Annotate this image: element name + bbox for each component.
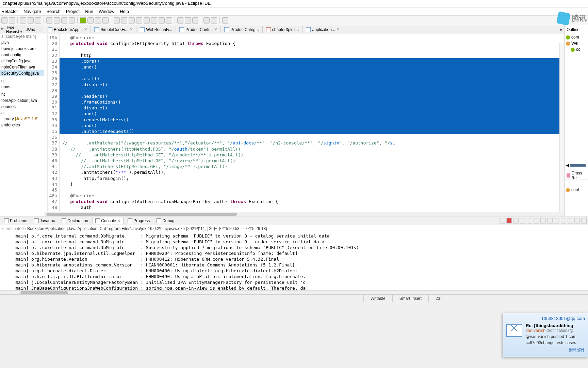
close-tab-icon[interactable]: ✕ xyxy=(337,27,340,32)
outline-item[interactable]: co xyxy=(565,46,588,52)
toolbar-btn[interactable] xyxy=(95,17,101,24)
menu-search[interactable]: Search xyxy=(46,9,60,14)
code-line[interactable] xyxy=(60,46,564,52)
toolbar-btn[interactable] xyxy=(129,17,135,24)
toolbar-btn[interactable] xyxy=(1,17,7,24)
toolbar-btn[interactable] xyxy=(102,17,109,24)
toolbar-btn[interactable] xyxy=(87,17,94,24)
tab-console[interactable]: Console ✕ xyxy=(92,217,124,224)
tree-item[interactable]: ditingConfig.java xyxy=(0,58,44,64)
code-line[interactable]: // .antMatchers("/swagger-resources/**",… xyxy=(60,140,564,146)
console-tool[interactable] xyxy=(568,218,573,224)
editor-tab[interactable]: ProductCateg... xyxy=(221,26,262,33)
code-line[interactable]: } xyxy=(60,181,564,187)
code-line[interactable]: protected void configure(AuthenticationM… xyxy=(60,199,564,204)
code-line[interactable]: .disable() xyxy=(60,82,564,88)
toolbar-btn[interactable] xyxy=(177,17,183,24)
code-line[interactable]: .antMatchers("/**").permitAll(); xyxy=(60,169,564,175)
outline-item[interactable]: Wel xyxy=(565,40,588,46)
toolbar-btn[interactable] xyxy=(121,17,127,24)
toolbar-btn[interactable] xyxy=(136,17,142,24)
toolbar-btn[interactable] xyxy=(203,17,210,24)
console-tool[interactable] xyxy=(513,218,519,224)
code-line[interactable]: .headers() xyxy=(60,93,564,99)
code-line[interactable]: .frameOptions() xyxy=(60,99,564,105)
toolbar-btn[interactable] xyxy=(192,17,198,24)
tree-jre[interactable]: Library [JavaSE-1.8] xyxy=(0,116,44,122)
code-line[interactable]: // .antMatchers(HttpMethod.POST, "/oauth… xyxy=(60,146,564,152)
code-line[interactable]: @Override xyxy=(60,193,564,199)
toolbar-btn[interactable] xyxy=(46,17,52,24)
close-tab-icon[interactable]: ✕ xyxy=(130,27,133,32)
code-line[interactable]: @Override xyxy=(60,35,564,41)
tree-item[interactable]: a xyxy=(0,110,44,116)
console-tool[interactable] xyxy=(561,218,566,224)
menu-project[interactable]: Project xyxy=(66,9,80,14)
tree-dependencies[interactable]: endencies xyxy=(0,122,44,128)
console-tool[interactable] xyxy=(520,218,525,224)
tree-item[interactable]: toreApplication.java xyxy=(0,97,44,104)
code-line[interactable] xyxy=(60,88,564,93)
toolbar-btn[interactable] xyxy=(114,17,120,24)
outline-item[interactable]: com xyxy=(565,34,588,40)
console-tool[interactable] xyxy=(547,218,553,224)
toolbar-btn[interactable] xyxy=(159,17,165,24)
close-icon[interactable]: ✕ xyxy=(117,218,120,223)
tree-item[interactable]: nt xyxy=(0,91,44,97)
code-line[interactable]: http xyxy=(60,52,564,58)
menu-refactor[interactable]: Refactor xyxy=(1,9,18,14)
mail-notification[interactable]: 1353813001@qq.com Re: [thingsboard/thing… xyxy=(503,313,588,357)
menu-run[interactable]: Run xyxy=(85,9,93,14)
editor[interactable]: 19⊖2021222324252627282930313233343536373… xyxy=(44,34,564,212)
tab-type-hierarchy[interactable]: Type Hierarchy xyxy=(4,25,24,34)
code-line[interactable]: .requestMatchers() xyxy=(60,117,564,123)
tab-junit[interactable]: JUnit xyxy=(24,27,37,32)
menu-navigate[interactable]: Navigate xyxy=(23,9,41,14)
scrollbar-thumb[interactable] xyxy=(20,291,68,294)
console-tool[interactable] xyxy=(534,218,539,224)
toolbar-btn[interactable] xyxy=(9,17,15,24)
tab-problems[interactable]: Problems xyxy=(1,217,30,224)
tab-progress[interactable]: Progress xyxy=(125,217,152,224)
editor-tab[interactable]: SimpleCorsFi...✕ xyxy=(91,26,136,33)
console-tool[interactable] xyxy=(500,218,505,224)
tree-item[interactable]: nons xyxy=(0,84,44,90)
editor-tab[interactable]: chapter3plus... xyxy=(263,26,303,33)
code-line[interactable]: // .antMatchers(HttpMethod.GET, "/produc… xyxy=(60,152,564,158)
tree-item[interactable]: sources xyxy=(0,104,44,110)
code-line[interactable]: .and() xyxy=(60,111,564,117)
tree-item[interactable]: npleCorsFilter.java xyxy=(0,64,44,70)
toolbar-btn[interactable] xyxy=(28,17,34,24)
toolbar-btn[interactable] xyxy=(35,17,41,24)
tree-item[interactable]: g xyxy=(0,78,44,84)
toolbar-btn[interactable] xyxy=(211,17,217,24)
code-line[interactable]: http.formLogin(); xyxy=(60,175,564,181)
code-area[interactable]: @Override protected void configure(HttpS… xyxy=(60,34,564,212)
code-line[interactable] xyxy=(60,187,564,193)
toolbar-btn[interactable] xyxy=(222,17,228,24)
toolbar-btn[interactable] xyxy=(166,17,172,24)
close-tab-icon[interactable]: ✕ xyxy=(84,27,87,32)
tree-item[interactable]: bpvu.jec.bookstore xyxy=(0,46,44,52)
code-line[interactable]: .and() xyxy=(60,123,564,128)
dropdown-icon[interactable]: ▾ xyxy=(0,27,4,31)
console-hscroll[interactable] xyxy=(0,290,588,294)
console-tool[interactable] xyxy=(527,218,532,224)
close-tab-icon[interactable]: ✕ xyxy=(214,27,217,32)
maximize-icon[interactable] xyxy=(581,218,587,224)
overview-ruler[interactable] xyxy=(559,43,564,212)
editor-tab[interactable]: WebSecurity... xyxy=(136,26,176,33)
tree-item[interactable]: java xyxy=(0,40,44,46)
code-line[interactable]: .csrf() xyxy=(60,76,564,81)
tab-javadoc[interactable]: Javadoc xyxy=(31,217,58,224)
tree-item[interactable]: ount.config xyxy=(0,52,44,58)
left-arrow-icon[interactable]: ◀ xyxy=(566,163,569,168)
toolbar-btn[interactable] xyxy=(61,17,67,24)
tab-declaration[interactable]: Declaration xyxy=(59,217,91,224)
menu-help[interactable]: Help xyxy=(120,9,129,14)
terminate-button[interactable] xyxy=(506,218,512,224)
run-button[interactable] xyxy=(80,17,86,24)
horizontal-scrollbar[interactable] xyxy=(44,212,564,216)
code-line[interactable]: auth xyxy=(60,204,564,210)
toolbar-btn[interactable] xyxy=(151,17,157,24)
